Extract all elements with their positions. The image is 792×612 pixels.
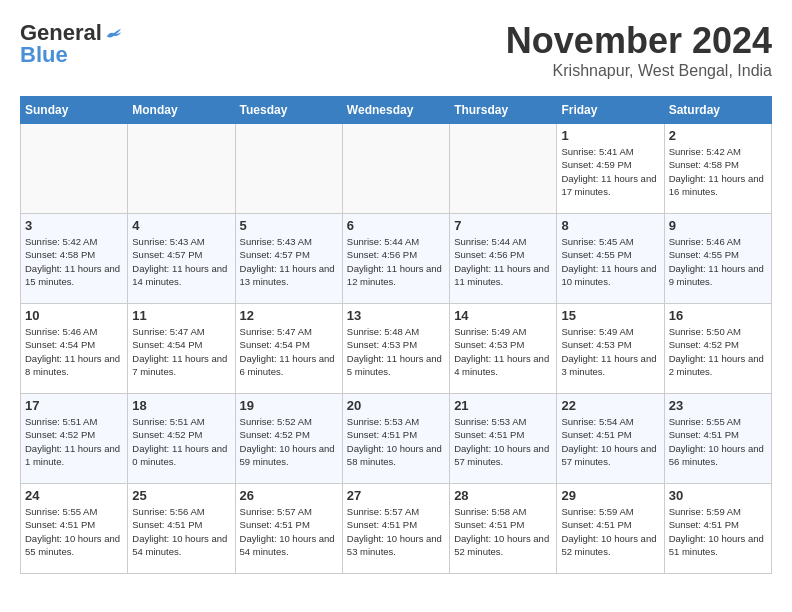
day-number: 9 <box>669 218 767 233</box>
day-info: Sunrise: 5:51 AM Sunset: 4:52 PM Dayligh… <box>132 415 230 468</box>
calendar-week-row: 24Sunrise: 5:55 AM Sunset: 4:51 PM Dayli… <box>21 484 772 574</box>
day-number: 21 <box>454 398 552 413</box>
calendar-header-row: SundayMondayTuesdayWednesdayThursdayFrid… <box>21 97 772 124</box>
day-info: Sunrise: 5:46 AM Sunset: 4:55 PM Dayligh… <box>669 235 767 288</box>
day-info: Sunrise: 5:53 AM Sunset: 4:51 PM Dayligh… <box>454 415 552 468</box>
calendar-cell: 14Sunrise: 5:49 AM Sunset: 4:53 PM Dayli… <box>450 304 557 394</box>
calendar-cell: 26Sunrise: 5:57 AM Sunset: 4:51 PM Dayli… <box>235 484 342 574</box>
day-number: 28 <box>454 488 552 503</box>
day-info: Sunrise: 5:55 AM Sunset: 4:51 PM Dayligh… <box>25 505 123 558</box>
calendar-week-row: 10Sunrise: 5:46 AM Sunset: 4:54 PM Dayli… <box>21 304 772 394</box>
day-number: 13 <box>347 308 445 323</box>
calendar-cell: 12Sunrise: 5:47 AM Sunset: 4:54 PM Dayli… <box>235 304 342 394</box>
calendar-cell: 7Sunrise: 5:44 AM Sunset: 4:56 PM Daylig… <box>450 214 557 304</box>
day-info: Sunrise: 5:47 AM Sunset: 4:54 PM Dayligh… <box>240 325 338 378</box>
day-number: 8 <box>561 218 659 233</box>
calendar-cell: 15Sunrise: 5:49 AM Sunset: 4:53 PM Dayli… <box>557 304 664 394</box>
calendar-cell: 17Sunrise: 5:51 AM Sunset: 4:52 PM Dayli… <box>21 394 128 484</box>
day-info: Sunrise: 5:57 AM Sunset: 4:51 PM Dayligh… <box>347 505 445 558</box>
calendar-cell: 16Sunrise: 5:50 AM Sunset: 4:52 PM Dayli… <box>664 304 771 394</box>
day-number: 1 <box>561 128 659 143</box>
location: Krishnapur, West Bengal, India <box>506 62 772 80</box>
day-number: 22 <box>561 398 659 413</box>
month-title: November 2024 <box>506 20 772 62</box>
calendar-cell: 11Sunrise: 5:47 AM Sunset: 4:54 PM Dayli… <box>128 304 235 394</box>
calendar-cell: 18Sunrise: 5:51 AM Sunset: 4:52 PM Dayli… <box>128 394 235 484</box>
calendar-cell: 10Sunrise: 5:46 AM Sunset: 4:54 PM Dayli… <box>21 304 128 394</box>
day-number: 6 <box>347 218 445 233</box>
title-area: November 2024 Krishnapur, West Bengal, I… <box>506 20 772 80</box>
day-number: 5 <box>240 218 338 233</box>
weekday-header: Thursday <box>450 97 557 124</box>
calendar-cell: 29Sunrise: 5:59 AM Sunset: 4:51 PM Dayli… <box>557 484 664 574</box>
day-number: 17 <box>25 398 123 413</box>
logo-blue: Blue <box>20 42 68 68</box>
calendar-cell: 23Sunrise: 5:55 AM Sunset: 4:51 PM Dayli… <box>664 394 771 484</box>
calendar-week-row: 3Sunrise: 5:42 AM Sunset: 4:58 PM Daylig… <box>21 214 772 304</box>
day-info: Sunrise: 5:42 AM Sunset: 4:58 PM Dayligh… <box>25 235 123 288</box>
day-info: Sunrise: 5:57 AM Sunset: 4:51 PM Dayligh… <box>240 505 338 558</box>
weekday-header: Tuesday <box>235 97 342 124</box>
day-number: 29 <box>561 488 659 503</box>
calendar-cell: 6Sunrise: 5:44 AM Sunset: 4:56 PM Daylig… <box>342 214 449 304</box>
day-number: 18 <box>132 398 230 413</box>
day-info: Sunrise: 5:48 AM Sunset: 4:53 PM Dayligh… <box>347 325 445 378</box>
day-number: 30 <box>669 488 767 503</box>
calendar-cell: 2Sunrise: 5:42 AM Sunset: 4:58 PM Daylig… <box>664 124 771 214</box>
day-number: 14 <box>454 308 552 323</box>
day-info: Sunrise: 5:56 AM Sunset: 4:51 PM Dayligh… <box>132 505 230 558</box>
day-info: Sunrise: 5:46 AM Sunset: 4:54 PM Dayligh… <box>25 325 123 378</box>
weekday-header: Monday <box>128 97 235 124</box>
day-number: 10 <box>25 308 123 323</box>
day-number: 4 <box>132 218 230 233</box>
weekday-header: Wednesday <box>342 97 449 124</box>
day-number: 2 <box>669 128 767 143</box>
logo: General Blue <box>20 20 123 68</box>
calendar-cell: 13Sunrise: 5:48 AM Sunset: 4:53 PM Dayli… <box>342 304 449 394</box>
calendar-cell: 25Sunrise: 5:56 AM Sunset: 4:51 PM Dayli… <box>128 484 235 574</box>
day-info: Sunrise: 5:50 AM Sunset: 4:52 PM Dayligh… <box>669 325 767 378</box>
day-number: 15 <box>561 308 659 323</box>
day-number: 20 <box>347 398 445 413</box>
calendar-week-row: 1Sunrise: 5:41 AM Sunset: 4:59 PM Daylig… <box>21 124 772 214</box>
day-number: 16 <box>669 308 767 323</box>
calendar-cell: 9Sunrise: 5:46 AM Sunset: 4:55 PM Daylig… <box>664 214 771 304</box>
calendar-cell: 8Sunrise: 5:45 AM Sunset: 4:55 PM Daylig… <box>557 214 664 304</box>
day-info: Sunrise: 5:53 AM Sunset: 4:51 PM Dayligh… <box>347 415 445 468</box>
day-info: Sunrise: 5:44 AM Sunset: 4:56 PM Dayligh… <box>454 235 552 288</box>
calendar-cell: 19Sunrise: 5:52 AM Sunset: 4:52 PM Dayli… <box>235 394 342 484</box>
day-number: 26 <box>240 488 338 503</box>
day-info: Sunrise: 5:52 AM Sunset: 4:52 PM Dayligh… <box>240 415 338 468</box>
calendar-body: 1Sunrise: 5:41 AM Sunset: 4:59 PM Daylig… <box>21 124 772 574</box>
day-info: Sunrise: 5:59 AM Sunset: 4:51 PM Dayligh… <box>669 505 767 558</box>
day-info: Sunrise: 5:51 AM Sunset: 4:52 PM Dayligh… <box>25 415 123 468</box>
calendar-cell: 27Sunrise: 5:57 AM Sunset: 4:51 PM Dayli… <box>342 484 449 574</box>
calendar-table: SundayMondayTuesdayWednesdayThursdayFrid… <box>20 96 772 574</box>
day-info: Sunrise: 5:49 AM Sunset: 4:53 PM Dayligh… <box>561 325 659 378</box>
calendar-cell: 30Sunrise: 5:59 AM Sunset: 4:51 PM Dayli… <box>664 484 771 574</box>
day-number: 3 <box>25 218 123 233</box>
day-info: Sunrise: 5:59 AM Sunset: 4:51 PM Dayligh… <box>561 505 659 558</box>
logo-bird-icon <box>105 27 123 41</box>
day-info: Sunrise: 5:42 AM Sunset: 4:58 PM Dayligh… <box>669 145 767 198</box>
calendar-cell: 22Sunrise: 5:54 AM Sunset: 4:51 PM Dayli… <box>557 394 664 484</box>
calendar-cell: 24Sunrise: 5:55 AM Sunset: 4:51 PM Dayli… <box>21 484 128 574</box>
calendar-week-row: 17Sunrise: 5:51 AM Sunset: 4:52 PM Dayli… <box>21 394 772 484</box>
day-info: Sunrise: 5:43 AM Sunset: 4:57 PM Dayligh… <box>132 235 230 288</box>
day-number: 23 <box>669 398 767 413</box>
calendar-cell: 20Sunrise: 5:53 AM Sunset: 4:51 PM Dayli… <box>342 394 449 484</box>
day-info: Sunrise: 5:45 AM Sunset: 4:55 PM Dayligh… <box>561 235 659 288</box>
calendar-cell <box>21 124 128 214</box>
day-info: Sunrise: 5:41 AM Sunset: 4:59 PM Dayligh… <box>561 145 659 198</box>
day-number: 12 <box>240 308 338 323</box>
day-info: Sunrise: 5:58 AM Sunset: 4:51 PM Dayligh… <box>454 505 552 558</box>
day-number: 24 <box>25 488 123 503</box>
calendar-cell: 4Sunrise: 5:43 AM Sunset: 4:57 PM Daylig… <box>128 214 235 304</box>
calendar-cell <box>342 124 449 214</box>
weekday-header: Sunday <box>21 97 128 124</box>
day-info: Sunrise: 5:55 AM Sunset: 4:51 PM Dayligh… <box>669 415 767 468</box>
calendar-cell <box>235 124 342 214</box>
page-header: General Blue November 2024 Krishnapur, W… <box>20 20 772 80</box>
day-info: Sunrise: 5:43 AM Sunset: 4:57 PM Dayligh… <box>240 235 338 288</box>
day-info: Sunrise: 5:47 AM Sunset: 4:54 PM Dayligh… <box>132 325 230 378</box>
